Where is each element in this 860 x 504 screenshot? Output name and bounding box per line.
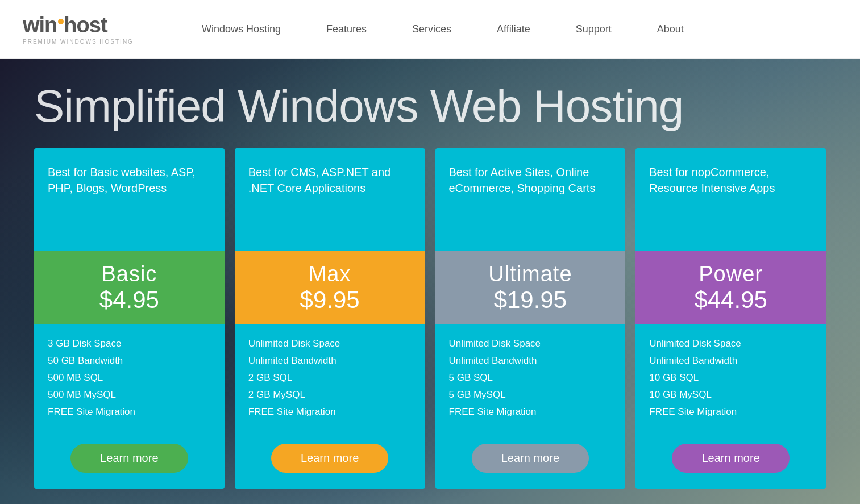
card-description-text-power: Best for nopCommerce, Resource Intensive… [649, 164, 812, 196]
card-description-text-ultimate: Best for Active Sites, Online eCommerce,… [449, 164, 612, 196]
header: winhost PREMIUM WINDOWS HOSTING Windows … [0, 0, 860, 59]
card-features-power: Unlimited Disk SpaceUnlimited Bandwidth1… [635, 324, 826, 435]
learn-more-button-basic[interactable]: Learn more [70, 444, 188, 473]
hero-section: Simplified Windows Web Hosting Best for … [0, 59, 860, 504]
feature-item: 10 GB MySQL [649, 389, 812, 401]
plan-name-ultimate: Ultimate [488, 262, 572, 286]
pricing-cards: Best for Basic websites, ASP, PHP, Blogs… [0, 148, 860, 504]
card-name-price-power: Power$44.95 [635, 251, 826, 324]
feature-item: 500 MB MySQL [48, 389, 211, 401]
feature-item: FREE Site Migration [248, 406, 412, 418]
card-footer-ultimate: Learn more [435, 435, 626, 489]
feature-item: Unlimited Bandwidth [248, 355, 412, 366]
nav-item-services[interactable]: Services [389, 23, 474, 35]
card-description-basic: Best for Basic websites, ASP, PHP, Blogs… [34, 148, 225, 251]
logo[interactable]: winhost PREMIUM WINDOWS HOSTING [23, 13, 134, 45]
card-features-ultimate: Unlimited Disk SpaceUnlimited Bandwidth5… [435, 324, 626, 435]
logo-text: winhost [23, 13, 134, 38]
feature-item: 10 GB SQL [649, 372, 812, 384]
logo-subtitle: PREMIUM WINDOWS HOSTING [23, 39, 134, 45]
main-nav: Windows HostingFeaturesServicesAffiliate… [179, 23, 707, 35]
card-description-text-max: Best for CMS, ASP.NET and .NET Core Appl… [248, 164, 412, 196]
plan-card-ultimate: Best for Active Sites, Online eCommerce,… [435, 148, 626, 489]
logo-dot [58, 19, 64, 24]
card-description-text-basic: Best for Basic websites, ASP, PHP, Blogs… [48, 164, 211, 196]
feature-item: 2 GB MySQL [248, 389, 412, 401]
feature-item: Unlimited Bandwidth [649, 355, 812, 366]
card-footer-basic: Learn more [34, 435, 225, 489]
card-footer-power: Learn more [635, 435, 826, 489]
plan-name-max: Max [309, 262, 351, 286]
feature-item: 5 GB SQL [449, 372, 612, 384]
learn-more-button-power[interactable]: Learn more [672, 444, 789, 473]
hero-title: Simplified Windows Web Hosting [0, 59, 860, 148]
plan-card-basic: Best for Basic websites, ASP, PHP, Blogs… [34, 148, 225, 489]
plan-price-basic: $4.95 [99, 286, 159, 314]
feature-item: Unlimited Bandwidth [449, 355, 612, 366]
plan-price-power: $44.95 [694, 286, 767, 314]
card-name-price-basic: Basic$4.95 [34, 251, 225, 324]
card-name-price-max: Max$9.95 [235, 251, 425, 324]
feature-item: 5 GB MySQL [449, 389, 612, 401]
plan-name-power: Power [699, 262, 763, 286]
feature-item: 500 MB SQL [48, 372, 211, 384]
learn-more-button-max[interactable]: Learn more [271, 444, 388, 473]
card-features-basic: 3 GB Disk Space50 GB Bandwidth500 MB SQL… [34, 324, 225, 435]
nav-item-about[interactable]: About [634, 23, 707, 35]
nav-item-windows-hosting[interactable]: Windows Hosting [179, 23, 304, 35]
nav-item-support[interactable]: Support [553, 23, 634, 35]
learn-more-button-ultimate[interactable]: Learn more [472, 444, 589, 473]
feature-item: Unlimited Disk Space [449, 338, 612, 349]
feature-item: 2 GB SQL [248, 372, 412, 384]
card-features-max: Unlimited Disk SpaceUnlimited Bandwidth2… [235, 324, 425, 435]
nav-item-affiliate[interactable]: Affiliate [474, 23, 553, 35]
plan-card-max: Best for CMS, ASP.NET and .NET Core Appl… [235, 148, 425, 489]
plan-card-power: Best for nopCommerce, Resource Intensive… [635, 148, 826, 489]
card-description-power: Best for nopCommerce, Resource Intensive… [635, 148, 826, 251]
card-description-max: Best for CMS, ASP.NET and .NET Core Appl… [235, 148, 425, 251]
plan-price-ultimate: $19.95 [494, 286, 567, 314]
feature-item: Unlimited Disk Space [649, 338, 812, 349]
feature-item: 50 GB Bandwidth [48, 355, 211, 366]
nav-item-features[interactable]: Features [304, 23, 389, 35]
feature-item: FREE Site Migration [449, 406, 612, 418]
feature-item: 3 GB Disk Space [48, 338, 211, 349]
card-footer-max: Learn more [235, 435, 425, 489]
card-description-ultimate: Best for Active Sites, Online eCommerce,… [435, 148, 626, 251]
plan-name-basic: Basic [101, 262, 157, 286]
feature-item: FREE Site Migration [649, 406, 812, 418]
card-name-price-ultimate: Ultimate$19.95 [435, 251, 626, 324]
feature-item: Unlimited Disk Space [248, 338, 412, 349]
plan-price-max: $9.95 [300, 286, 360, 314]
feature-item: FREE Site Migration [48, 406, 211, 418]
